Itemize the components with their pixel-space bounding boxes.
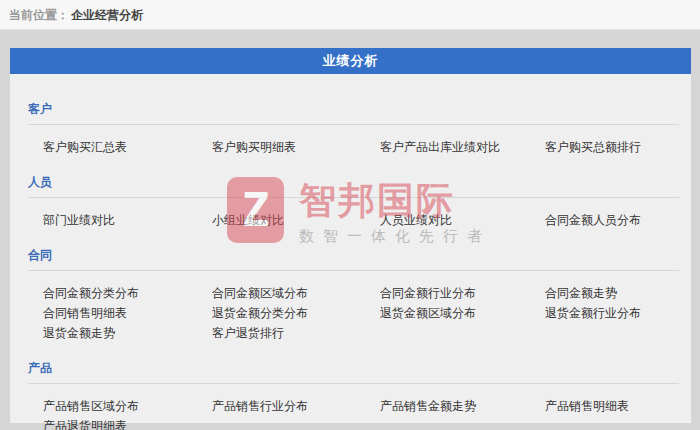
report-link[interactable]: 退货金额分类分布 [212, 306, 308, 320]
report-row: 合同金额分类分布合同金额区域分布合同金额行业分布合同金额走势 [10, 283, 691, 303]
report-cell: 合同金额人员分布 [545, 210, 691, 230]
report-link[interactable]: 部门业绩对比 [43, 213, 115, 227]
report-cell: 合同金额行业分布 [380, 283, 545, 303]
report-link[interactable]: 小组业绩对比 [212, 213, 284, 227]
section-divider [28, 197, 679, 198]
report-cell: 客户产品出库业绩对比 [380, 137, 545, 157]
report-link[interactable]: 合同金额区域分布 [212, 286, 308, 300]
report-link[interactable]: 合同金额走势 [545, 286, 617, 300]
report-cell: 退货金额分类分布 [212, 303, 380, 323]
report-row: 部门业绩对比小组业绩对比人员业绩对比合同金额人员分布 [10, 210, 691, 230]
report-link[interactable]: 产品退货明细表 [43, 419, 127, 430]
report-cell: 小组业绩对比 [212, 210, 380, 230]
section-rows: 部门业绩对比小组业绩对比人员业绩对比合同金额人员分布 [10, 210, 691, 230]
report-link[interactable]: 人员业绩对比 [380, 213, 452, 227]
page-title: 业绩分析 [323, 53, 379, 68]
section-rows: 客户购买汇总表客户购买明细表客户产品出库业绩对比客户购买总额排行 [10, 137, 691, 157]
section-title: 客户 [10, 102, 691, 116]
report-cell [380, 416, 545, 430]
sections-container: 客户 客户购买汇总表客户购买明细表客户产品出库业绩对比客户购买总额排行 人员 部… [10, 74, 691, 430]
report-cell: 退货金额区域分布 [380, 303, 545, 323]
report-cell: 产品销售区域分布 [43, 396, 212, 416]
section-title: 产品 [10, 361, 691, 375]
report-row: 合同销售明细表退货金额分类分布退货金额区域分布退货金额行业分布 [10, 303, 691, 323]
report-link[interactable]: 产品销售金额走势 [380, 399, 476, 413]
report-cell: 产品退货明细表 [43, 416, 212, 430]
report-link[interactable]: 客户购买汇总表 [43, 140, 127, 154]
report-row: 退货金额走势客户退货排行 [10, 323, 691, 343]
report-section: 合同 合同金额分类分布合同金额区域分布合同金额行业分布合同金额走势合同销售明细表… [10, 248, 691, 343]
report-cell: 客户退货排行 [212, 323, 380, 343]
section-title: 合同 [10, 248, 691, 262]
section-divider [28, 124, 679, 125]
report-section: 人员 部门业绩对比小组业绩对比人员业绩对比合同金额人员分布 [10, 175, 691, 230]
report-link[interactable]: 合同金额人员分布 [545, 213, 641, 227]
report-link[interactable]: 合同金额行业分布 [380, 286, 476, 300]
report-cell: 客户购买总额排行 [545, 137, 691, 157]
report-section: 产品 产品销售区域分布产品销售行业分布产品销售金额走势产品销售明细表产品退货明细… [10, 361, 691, 430]
report-cell: 退货金额行业分布 [545, 303, 691, 323]
report-link[interactable]: 产品销售行业分布 [212, 399, 308, 413]
report-cell: 客户购买汇总表 [43, 137, 212, 157]
report-cell [545, 416, 691, 430]
report-link[interactable]: 客户购买总额排行 [545, 140, 641, 154]
report-cell [380, 323, 545, 343]
screen: 当前位置：企业经营分析 业绩分析 客户 客户购买汇总表客户购买明细表客户产品出库… [0, 0, 700, 430]
report-row: 产品销售区域分布产品销售行业分布产品销售金额走势产品销售明细表 [10, 396, 691, 416]
breadcrumb-label: 当前位置： [9, 8, 69, 22]
report-cell: 产品销售行业分布 [212, 396, 380, 416]
report-link[interactable]: 合同销售明细表 [43, 306, 127, 320]
report-cell: 客户购买明细表 [212, 137, 380, 157]
report-row: 客户购买汇总表客户购买明细表客户产品出库业绩对比客户购买总额排行 [10, 137, 691, 157]
report-section: 客户 客户购买汇总表客户购买明细表客户产品出库业绩对比客户购买总额排行 [10, 102, 691, 157]
report-cell: 人员业绩对比 [380, 210, 545, 230]
report-link[interactable]: 客户退货排行 [212, 326, 284, 340]
breadcrumb: 当前位置：企业经营分析 [0, 0, 700, 30]
report-cell [545, 323, 691, 343]
report-cell: 产品销售金额走势 [380, 396, 545, 416]
report-link[interactable]: 退货金额走势 [43, 326, 115, 340]
report-panel: 业绩分析 客户 客户购买汇总表客户购买明细表客户产品出库业绩对比客户购买总额排行… [10, 48, 691, 423]
section-divider [28, 383, 679, 384]
report-link[interactable]: 客户购买明细表 [212, 140, 296, 154]
report-link[interactable]: 退货金额区域分布 [380, 306, 476, 320]
report-row: 产品退货明细表 [10, 416, 691, 430]
breadcrumb-current: 企业经营分析 [71, 8, 143, 22]
report-cell: 合同金额走势 [545, 283, 691, 303]
section-rows: 合同金额分类分布合同金额区域分布合同金额行业分布合同金额走势合同销售明细表退货金… [10, 283, 691, 343]
report-cell: 产品销售明细表 [545, 396, 691, 416]
report-cell: 合同金额区域分布 [212, 283, 380, 303]
panel-title-bar: 业绩分析 [10, 48, 691, 74]
report-cell: 合同金额分类分布 [43, 283, 212, 303]
report-link[interactable]: 产品销售区域分布 [43, 399, 139, 413]
report-link[interactable]: 退货金额行业分布 [545, 306, 641, 320]
section-title: 人员 [10, 175, 691, 189]
report-cell [212, 416, 380, 430]
report-cell: 退货金额走势 [43, 323, 212, 343]
report-cell: 部门业绩对比 [43, 210, 212, 230]
section-rows: 产品销售区域分布产品销售行业分布产品销售金额走势产品销售明细表产品退货明细表 [10, 396, 691, 430]
section-divider [28, 270, 679, 271]
report-link[interactable]: 客户产品出库业绩对比 [380, 140, 500, 154]
report-link[interactable]: 合同金额分类分布 [43, 286, 139, 300]
report-link[interactable]: 产品销售明细表 [545, 399, 629, 413]
report-cell: 合同销售明细表 [43, 303, 212, 323]
